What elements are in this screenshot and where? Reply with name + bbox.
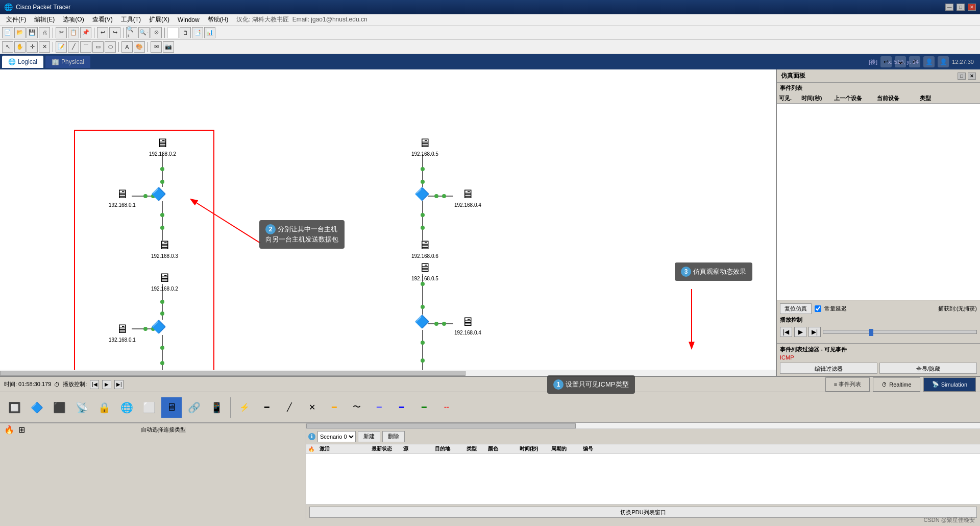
minimize-button[interactable]: —: [945, 4, 953, 11]
tb2-label[interactable]: A: [121, 41, 133, 53]
node-pc-rt3[interactable]: 🖥 192.168.0.6: [411, 238, 438, 259]
switch-pdu-btn[interactable]: 切换PDU列表窗口: [309, 507, 977, 518]
tb2-hand[interactable]: ✋: [14, 41, 26, 53]
panel-resize-btn[interactable]: □: [958, 73, 966, 80]
events-list-tab[interactable]: ≡ 事件列表: [825, 377, 870, 392]
tb2-move[interactable]: ✛: [27, 41, 38, 53]
device-custom[interactable]: ⬜: [139, 397, 159, 418]
pdu-scrollbar[interactable]: [306, 423, 980, 429]
device-wan[interactable]: 🌐: [116, 397, 137, 418]
play-forward-btn[interactable]: ▶|: [808, 327, 821, 337]
device-switches[interactable]: 🔷: [27, 397, 47, 418]
node-pc-lt1[interactable]: 🖥 192.168.0.2: [149, 136, 176, 157]
tb2-curve[interactable]: ⌒: [80, 41, 91, 53]
scrollbar-thumb[interactable]: [0, 371, 465, 376]
menu-tools[interactable]: 工具(T): [117, 14, 145, 25]
scenario-select[interactable]: Scenario 0: [317, 431, 356, 442]
conn-console[interactable]: ━: [257, 397, 277, 418]
tb2-delete[interactable]: ✕: [39, 41, 50, 53]
conn-cross[interactable]: ✕: [302, 397, 322, 418]
play-btn[interactable]: ▶: [794, 327, 806, 337]
tb2-select[interactable]: ↖: [2, 41, 13, 53]
tab-physical[interactable]: 🏢 Physical: [45, 56, 90, 68]
new-scenario-btn[interactable]: 新建: [358, 431, 380, 442]
maximize-button[interactable]: □: [957, 4, 965, 11]
node-pc-rb2[interactable]: 🖥 192.168.0.4: [454, 315, 481, 336]
node-pc-rb1[interactable]: 🖥 192.168.0.5: [411, 260, 438, 281]
nav-btn4[interactable]: 👤: [923, 56, 935, 67]
node-pc-lb2[interactable]: 🖥 192.168.0.1: [109, 322, 136, 343]
realtime-tab[interactable]: ⏱ Realtime: [873, 377, 920, 392]
play-back-btn-2[interactable]: |◀: [90, 380, 99, 389]
node-sw-lt1[interactable]: 🔷: [151, 187, 166, 201]
device-misc[interactable]: 📱: [206, 397, 227, 418]
tb-open[interactable]: 📂: [14, 27, 26, 38]
device-connections[interactable]: 🔗: [184, 397, 204, 418]
tb2-oval[interactable]: ⬭: [105, 41, 116, 53]
tb-zoom-in[interactable]: 🔍+: [126, 27, 137, 38]
tb2-note[interactable]: 📝: [56, 41, 67, 53]
node-sw-rb1[interactable]: 🔷: [414, 315, 430, 329]
tb-palette3[interactable]: 📑: [192, 27, 203, 38]
conn-fiber[interactable]: ━: [324, 397, 345, 418]
node-pc-rt2[interactable]: 🖥 192.168.0.4: [454, 187, 481, 208]
events-table-body[interactable]: [777, 104, 980, 300]
node-sw-lb1[interactable]: 🔷: [151, 320, 166, 334]
node-pc-rt1[interactable]: 🖥 192.168.0.5: [411, 136, 438, 157]
conn-auto[interactable]: ⚡: [234, 397, 255, 418]
device-routers[interactable]: 🔲: [4, 397, 24, 418]
play-fwd-btn-2[interactable]: ▶|: [114, 380, 124, 389]
reset-sim-btn[interactable]: 复位仿真: [780, 303, 812, 314]
tb-new[interactable]: 📄: [2, 27, 13, 38]
show-hide-btn[interactable]: 全显/隐藏: [879, 363, 977, 374]
menu-window[interactable]: Window: [174, 15, 204, 25]
tb2-color[interactable]: 🎨: [134, 41, 145, 53]
device-multi[interactable]: 🖥: [161, 397, 182, 418]
node-pc-lt3[interactable]: 🖥 192.168.0.3: [151, 238, 178, 259]
tb-redo[interactable]: ↪: [109, 27, 120, 38]
play-btn-2[interactable]: ▶: [102, 380, 111, 389]
tb-palette1[interactable]: [167, 27, 179, 38]
playback-thumb[interactable]: [869, 329, 873, 336]
conn-straight[interactable]: ╱: [279, 397, 300, 418]
play-back-btn[interactable]: |◀: [780, 327, 792, 337]
delete-scenario-btn[interactable]: 删除: [382, 431, 405, 442]
menu-options[interactable]: 选项(O): [59, 14, 88, 25]
tb-zoom-out[interactable]: 🔍-: [138, 27, 150, 38]
conn-coax[interactable]: ━: [369, 397, 389, 418]
node-pc-lb1[interactable]: 🖥 192.168.0.2: [151, 271, 178, 292]
playback-slider[interactable]: [823, 330, 977, 334]
simulation-tab[interactable]: 📡 Simulation: [923, 377, 976, 392]
tb-palette2[interactable]: 🗒: [180, 27, 191, 38]
tb-copy[interactable]: 📋: [68, 27, 79, 38]
conn-phone[interactable]: 〜: [347, 397, 367, 418]
device-wireless[interactable]: 📡: [71, 397, 92, 418]
conn-usb[interactable]: ╌: [436, 397, 457, 418]
edit-filter-btn[interactable]: 编辑过滤器: [780, 363, 877, 374]
node-sw-rt1[interactable]: 🔷: [414, 187, 430, 201]
menu-view[interactable]: 查看(V): [88, 14, 117, 25]
tb-save[interactable]: 💾: [27, 27, 38, 38]
tb-cut[interactable]: ✂: [56, 27, 67, 38]
main-canvas[interactable]: 🖥 192.168.0.2 🔷 🖥 192.168.0.1 🖥 192.168.…: [0, 69, 776, 376]
nav-btn5[interactable]: 👤: [938, 56, 949, 67]
conn-dce[interactable]: ━: [414, 397, 434, 418]
tb2-rect[interactable]: ▭: [92, 41, 104, 53]
menu-help[interactable]: 帮助(H): [204, 14, 233, 25]
tb-print[interactable]: 🖨: [39, 27, 50, 38]
tb-palette4[interactable]: 📊: [204, 27, 215, 38]
panel-close-btn[interactable]: ✕: [968, 73, 976, 80]
device-hubs[interactable]: ⬛: [49, 397, 69, 418]
conn-serial[interactable]: ━: [391, 397, 412, 418]
tb-zoom-reset[interactable]: ⊙: [151, 27, 162, 38]
device-security[interactable]: 🔒: [94, 397, 114, 418]
canvas-scrollbar[interactable]: [0, 370, 776, 376]
tb2-camera[interactable]: 📷: [163, 41, 174, 53]
menu-extensions[interactable]: 扩展(X): [145, 14, 174, 25]
tb-paste[interactable]: 📌: [80, 27, 91, 38]
menu-edit[interactable]: 编辑(E): [30, 14, 59, 25]
tb-undo[interactable]: ↩: [97, 27, 108, 38]
node-pc-lt2[interactable]: 🖥 192.168.0.1: [109, 187, 136, 208]
close-button[interactable]: ✕: [968, 4, 976, 11]
tab-logical[interactable]: 🌐 Logical: [2, 56, 43, 68]
